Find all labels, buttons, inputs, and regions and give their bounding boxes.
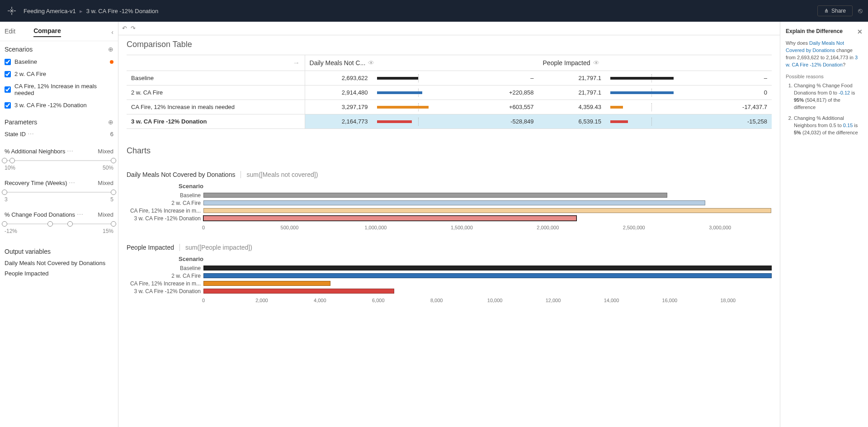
slider-max: 15% [103,228,113,234]
scenario-checkbox[interactable] [5,59,11,65]
bar-row[interactable]: 2 w. CA Fire [127,272,772,280]
scenario-checkbox[interactable] [5,71,11,77]
workbook-name[interactable]: Feeding America-v1 [24,8,76,14]
table-row[interactable]: 2 w. CA Fire 2,914,480 +220,858 21,797.1… [127,85,772,100]
add-scenario-icon[interactable]: ⊕ [108,46,113,53]
scenario-item[interactable]: CA Fire, 12% Increase in meals needed [5,80,113,99]
comparison-table-title: Comparison Table [127,35,772,55]
tab-compare[interactable]: Compare [33,27,61,37]
table-row[interactable]: CA Fire, 12% Increase in meals needed 3,… [127,100,772,114]
slider-thumb[interactable] [9,158,15,163]
col-daily-meals: Daily Meals Not C... [310,59,366,66]
share-button[interactable]: ⋔ Share [817,5,853,16]
param-menu-icon[interactable]: ⋯ [28,130,34,138]
param-value: Mixed [98,211,113,218]
chart: People Impacted sum([People impacted]) S… [127,244,772,307]
bar[interactable] [203,208,771,213]
slider[interactable] [5,157,113,164]
output-variable[interactable]: People Impacted [5,268,113,279]
slider-thumb[interactable] [2,158,7,163]
slider-min: 10% [5,165,15,171]
bar-label: CA Fire, 12% Increase in m... [127,208,203,214]
add-parameter-icon[interactable]: ⊕ [108,119,113,126]
slider-thumb[interactable] [111,190,116,195]
outputs-heading: Output variables [5,248,51,255]
bar[interactable] [203,193,667,198]
param-menu-icon[interactable]: ⋯ [69,179,75,186]
slider[interactable] [5,189,113,195]
visibility-icon[interactable]: 👁 [593,59,599,66]
bar-label: Baseline [127,192,203,199]
bar-row[interactable]: 2 w. CA Fire [127,199,772,207]
bar-label: 3 w. CA Fire -12% Donation [127,288,203,294]
value-cell: 3,297,179 [305,100,372,114]
reason-item: Changing % Additional Neighbors from 0.5… [794,115,863,137]
bar-row[interactable]: CA Fire, 12% Increase in m... [127,280,772,287]
bar[interactable] [203,200,705,205]
slider-thumb[interactable] [2,190,7,195]
bar-row[interactable]: 3 w. CA Fire -12% Donation [127,214,772,222]
param-value: Mixed [98,148,113,155]
bar-row[interactable]: Baseline [127,264,772,272]
chart: Daily Meals Not Covered by Donations sum… [127,171,772,234]
scenario-checkbox[interactable] [5,102,11,109]
slider-min: 3 [5,196,8,203]
bar-row[interactable]: 3 w. CA Fire -12% Donation [127,287,772,295]
table-row[interactable]: 3 w. CA Fire -12% Donation 2,164,773 -52… [127,114,772,129]
scenario-item[interactable]: 3 w. CA Fire -12% Donation [5,99,113,111]
redo-icon[interactable]: ↷ [131,25,136,32]
bar[interactable] [203,289,394,294]
axis-tick: 1,000,000 [364,225,387,230]
bar-row[interactable]: Baseline [127,191,772,199]
expand-arrow-icon[interactable]: → [293,59,300,67]
bar[interactable] [203,216,576,221]
bar[interactable] [203,281,330,286]
undo-icon[interactable]: ↶ [122,25,127,32]
slider-thumb[interactable] [111,158,116,163]
reason-value-link[interactable]: 0.15 [843,123,853,128]
axis-tick: 4,000 [314,298,326,303]
tab-edit[interactable]: Edit [5,28,15,37]
slider-max: 5 [110,196,113,203]
scenario-checkbox[interactable] [5,86,11,93]
param-value: 6 [110,131,113,138]
scenario-item[interactable]: Baseline [5,56,113,68]
bar[interactable] [203,266,772,270]
param-name: % Additional Neighbors [5,148,65,155]
reason-value-link[interactable]: -0.12 [839,90,850,95]
close-icon[interactable]: ✕ [857,27,863,36]
tableau-logo-icon [5,5,18,17]
table-row[interactable]: Baseline 2,693,622 – 21,797.1 – [127,71,772,85]
axis-tick: 6,000 [372,298,385,303]
bar-label: Baseline [127,265,203,271]
scenario-label: CA Fire, 12% Increase in meals needed [14,83,113,96]
bar-row[interactable]: CA Fire, 12% Increase in m... [127,207,772,214]
bar-label: 3 w. CA Fire -12% Donation [127,215,203,222]
row-name: CA Fire, 12% Increase in meals needed [127,100,305,114]
slider[interactable] [5,221,113,227]
slider-thumb[interactable] [111,221,116,227]
param-menu-icon[interactable]: ⋯ [67,147,73,155]
param-name: State ID [5,131,26,138]
slider-max: 50% [103,165,113,171]
param-menu-icon[interactable]: ⋯ [77,211,83,218]
explain-text: ? [843,62,845,67]
axis-tick: 1,500,000 [451,225,473,230]
output-variable[interactable]: Daily Meals Not Covered by Donations [5,258,113,268]
exit-icon[interactable]: ⎋ [858,7,863,15]
slider-thumb[interactable] [47,221,53,227]
bar[interactable] [203,273,772,278]
sheet-name[interactable]: 3 w. CA Fire -12% Donation [86,8,159,14]
scenario-label: Baseline [14,58,106,65]
visibility-icon[interactable]: 👁 [368,59,374,66]
slider-thumb[interactable] [67,221,73,227]
axis-tick: 500,000 [281,225,299,230]
explain-text: Why does [786,40,809,46]
collapse-sidebar-icon[interactable]: ‹ [111,28,113,36]
chart-subtitle: sum([Meals not covered]) [241,171,318,178]
slider-thumb[interactable] [2,221,7,227]
scenario-item[interactable]: 2 w. CA Fire [5,68,113,80]
explain-title: Explain the Difference [786,28,843,35]
parameter-row: % Additional Neighbors⋯Mixed 10%50% [5,146,113,177]
explain-panel: Explain the Difference ✕ Why does Daily … [780,22,868,427]
